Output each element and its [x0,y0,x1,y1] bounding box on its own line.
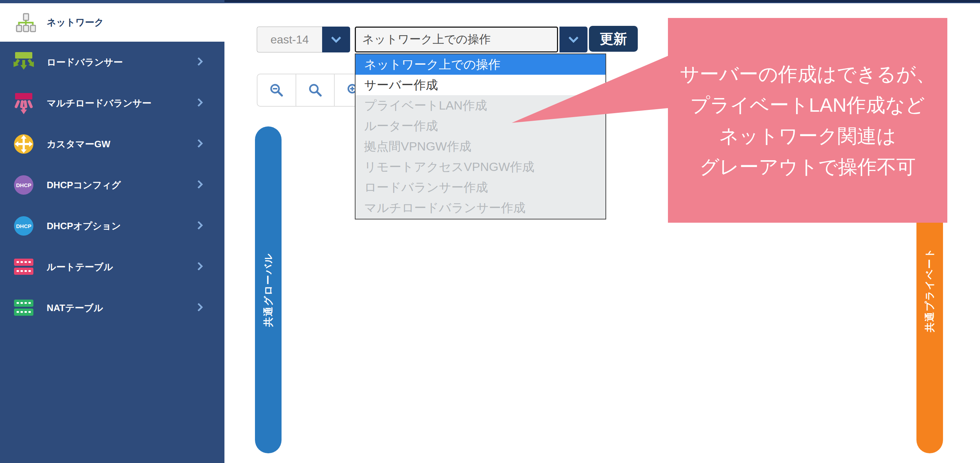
sidebar-item-label: カスタマーGW [47,138,110,151]
sidebar-item-label: NATテーブル [47,302,103,314]
operation-select[interactable]: ネットワーク上での操作 [355,27,587,53]
sidebar-item-label: ルートテーブル [47,261,113,273]
sidebar-item-label: DHCPコンフィグ [47,179,121,191]
dropdown-option-disabled: リモートアクセスVPNGW作成 [355,157,605,177]
dropdown-option-disabled: ルーター作成 [355,116,605,136]
region-select[interactable]: east-14 [257,27,350,53]
operation-select-dropdown-button[interactable] [560,27,587,53]
sidebar-item-nat-table[interactable]: NATテーブル [0,287,224,328]
load-balancer-icon [12,51,35,74]
callout-line: ネットワーク関連は [719,120,896,151]
callout-line: グレーアウトで操作不可 [700,151,916,182]
dropdown-option-selected[interactable]: ネットワーク上での操作 [355,54,605,75]
sidebar-item-label: DHCPオプション [47,220,121,232]
route-table-icon [12,258,35,275]
topbar [224,0,980,3]
zoom-icon [307,82,323,98]
chevron-right-icon [194,139,203,148]
callout-line: プライベートLAN作成など [690,89,925,120]
network-tree-icon [14,13,37,33]
chevron-down-icon [331,33,341,43]
chevron-down-icon [568,33,579,43]
network-console-page: ネットワーク ロードバランサー [0,0,980,463]
region-select-value: east-14 [257,27,322,53]
sidebar-header-label: ネットワーク [47,16,104,29]
sidebar-item-customer-gw[interactable]: カスタマーGW [0,124,224,164]
zoom-reset-button[interactable] [296,74,334,106]
common-global-lane[interactable]: 共通グローバル [255,126,282,453]
sidebar-item-multi-load-balancer[interactable]: マルチロードバランサー [0,83,224,124]
sidebar: ネットワーク ロードバランサー [0,3,224,463]
sidebar-item-label: マルチロードバランサー [47,97,151,110]
operation-dropdown-list: ネットワーク上での操作 サーバー作成 プライベートLAN作成 ルーター作成 拠点… [355,54,606,220]
region-select-dropdown-button[interactable] [322,27,350,53]
dhcp-config-icon: DHCP [12,175,35,195]
dropdown-option-disabled: ロードバランサー作成 [355,177,605,197]
topbar-sidebar-segment [0,0,224,3]
annotation-callout: サーバーの作成はできるが、 プライベートLAN作成など ネットワーク関連は グレ… [668,18,947,223]
dhcp-option-icon: DHCP [12,216,35,236]
dropdown-option-disabled: マルチロードバランサー作成 [355,197,605,218]
common-private-lane-label: 共通プライベート [923,248,936,332]
chevron-right-icon [194,57,203,66]
dropdown-option[interactable]: サーバー作成 [355,75,605,95]
sidebar-item-load-balancer[interactable]: ロードバランサー [0,42,224,83]
svg-text:DHCP: DHCP [16,182,32,188]
sidebar-item-label: ロードバランサー [47,56,123,68]
chevron-right-icon [194,180,203,189]
svg-text:DHCP: DHCP [16,223,32,229]
common-global-lane-label: 共通グローバル [262,253,275,327]
chevron-right-icon [194,303,203,312]
chevron-right-icon [194,221,203,229]
zoom-out-button[interactable] [258,74,296,106]
chevron-right-icon [194,98,203,107]
dropdown-option-disabled: 拠点間VPNGW作成 [355,136,605,157]
operation-select-value: ネットワーク上での操作 [355,27,558,53]
sidebar-item-route-table[interactable]: ルートテーブル [0,247,224,287]
sidebar-header-network[interactable]: ネットワーク [0,3,224,42]
refresh-button[interactable]: 更新 [589,26,638,52]
zoom-out-icon [269,82,285,98]
chevron-right-icon [194,262,203,270]
customer-gateway-icon [12,134,35,154]
callout-line: サーバーの作成はできるが、 [680,59,935,89]
nat-table-icon [12,299,35,317]
multi-load-balancer-icon [12,92,35,115]
sidebar-item-dhcp-config[interactable]: DHCP DHCPコンフィグ [0,164,224,205]
sidebar-item-dhcp-option[interactable]: DHCP DHCPオプション [0,205,224,247]
